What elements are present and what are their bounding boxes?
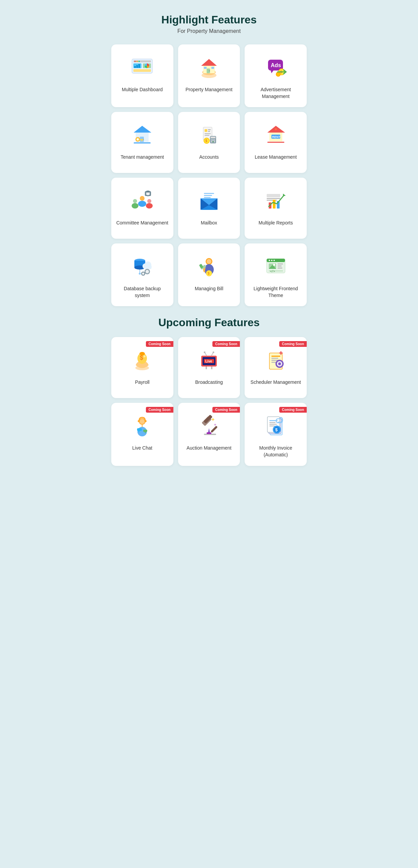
svg-rect-9	[136, 65, 138, 68]
upcoming-card-auction: Coming Soon ✦ ✦ Auction Management	[178, 403, 240, 466]
svg-point-95	[142, 273, 145, 275]
svg-rect-166	[207, 432, 211, 434]
svg-point-5	[134, 61, 136, 62]
broadcasting-icon: Live	[195, 347, 223, 374]
svg-point-93	[146, 270, 149, 273]
svg-rect-43	[205, 135, 209, 136]
upcoming-grid: Coming Soon $ Payroll Coming Soon	[111, 337, 307, 466]
feature-card-mailbox: Mailbox	[178, 178, 240, 239]
feature-label: Monthly Invoice (Automatic)	[249, 445, 302, 458]
feature-label: Lightweight Frontend Theme	[249, 285, 302, 299]
feature-label: Broadcasting	[195, 379, 223, 386]
coming-soon-badge: Coming Soon	[212, 341, 240, 347]
svg-point-67	[133, 199, 137, 203]
feature-card-tenant: Tenant management	[111, 112, 173, 173]
svg-point-60	[275, 128, 277, 130]
svg-rect-8	[134, 66, 136, 68]
svg-point-53	[212, 141, 213, 142]
svg-rect-1	[133, 60, 151, 62]
database-icon	[129, 253, 156, 280]
svg-rect-76	[204, 195, 212, 196]
feature-card-advertisement: Ads $ Advertisement Management	[245, 44, 307, 107]
svg-point-65	[140, 196, 145, 201]
svg-rect-40	[208, 129, 211, 130]
coming-soon-badge: Coming Soon	[146, 407, 173, 413]
svg-point-108	[269, 260, 270, 261]
svg-rect-18	[211, 67, 214, 69]
svg-point-49	[211, 140, 212, 141]
svg-text:$: $	[140, 354, 143, 361]
upcoming-card-scheduler: Coming Soon	[245, 337, 307, 398]
svg-rect-142	[279, 360, 280, 361]
svg-point-33	[137, 138, 139, 140]
svg-text:Live: Live	[205, 359, 212, 363]
svg-rect-145	[282, 363, 284, 364]
svg-rect-114	[278, 263, 283, 264]
svg-point-151	[145, 420, 147, 422]
feature-card-property-management: Property Management	[178, 44, 240, 107]
svg-rect-157	[143, 430, 147, 432]
svg-rect-17	[204, 67, 207, 69]
advertisement-icon: Ads $	[262, 54, 289, 81]
svg-marker-165	[208, 428, 210, 433]
payroll-icon: $	[129, 347, 156, 374]
svg-rect-128	[206, 367, 207, 369]
feature-card-managing-bill: $ Managing Bill	[178, 243, 240, 306]
svg-rect-39	[205, 129, 207, 132]
upcoming-section-title: Upcoming Features	[111, 316, 307, 329]
svg-rect-78	[267, 194, 280, 197]
svg-text:$: $	[205, 139, 207, 143]
svg-point-113	[273, 264, 275, 266]
svg-point-99	[207, 259, 211, 264]
svg-point-54	[214, 141, 215, 142]
svg-rect-116	[278, 268, 282, 269]
livechat-icon	[129, 412, 156, 439]
feature-card-accounts: $ Accounts	[178, 112, 240, 173]
svg-text:RENT: RENT	[272, 135, 281, 139]
svg-rect-4	[133, 69, 151, 72]
svg-rect-41	[208, 131, 210, 132]
feature-card-lease: RENT Lease Management	[245, 112, 307, 173]
svg-rect-48	[211, 137, 215, 138]
reports-icon	[262, 187, 289, 214]
coming-soon-badge: Coming Soon	[212, 407, 240, 413]
feature-label: Lease Management	[255, 154, 297, 161]
svg-text:$: $	[275, 427, 278, 432]
feature-label: Managing Bill	[195, 285, 223, 292]
svg-rect-172	[269, 424, 277, 425]
svg-point-133	[212, 352, 214, 353]
coming-soon-badge: Coming Soon	[146, 341, 173, 347]
upcoming-card-payroll: Coming Soon $ Payroll	[111, 337, 173, 398]
svg-rect-34	[139, 139, 144, 140]
feature-card-theme: </> Lightweight Frontend Theme	[245, 243, 307, 306]
tenant-icon	[129, 121, 156, 149]
property-icon	[195, 54, 223, 81]
svg-rect-135	[271, 356, 280, 357]
accounts-icon: $	[195, 121, 223, 149]
svg-point-150	[138, 420, 140, 422]
feature-label: Scheduler Management	[250, 379, 301, 386]
feature-card-reports: Multiple Reports	[245, 178, 307, 239]
feature-label: Live Chat	[132, 445, 152, 452]
coming-soon-badge: Coming Soon	[279, 407, 307, 413]
feature-label: Tenant management	[121, 154, 164, 161]
svg-point-141	[278, 362, 281, 365]
svg-rect-115	[278, 265, 282, 267]
svg-rect-77	[204, 197, 211, 198]
svg-rect-171	[269, 422, 276, 423]
svg-point-110	[273, 260, 275, 261]
feature-label: Database backup system	[116, 285, 169, 299]
svg-rect-82	[273, 200, 276, 209]
svg-rect-10	[138, 64, 140, 68]
svg-point-51	[214, 140, 215, 141]
feature-label: Accounts	[199, 154, 219, 161]
svg-point-131	[204, 352, 205, 353]
svg-point-97	[139, 273, 141, 275]
bill-icon: $	[195, 253, 223, 280]
theme-icon: </>	[262, 253, 289, 280]
svg-text:$: $	[208, 272, 210, 275]
svg-point-70	[146, 203, 153, 209]
lease-icon: RENT	[262, 121, 289, 149]
svg-rect-37	[134, 142, 151, 143]
mailbox-icon	[195, 187, 223, 214]
